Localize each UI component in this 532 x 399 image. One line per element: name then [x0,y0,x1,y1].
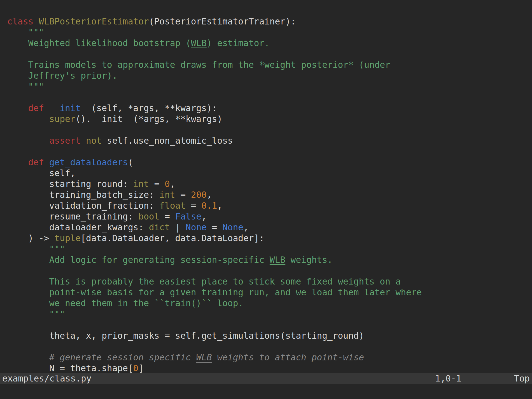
code-line[interactable] [7,320,532,330]
code-token: False [175,211,202,221]
code-token: dict [149,222,170,232]
code-token: ) estimator. [207,38,270,48]
code-token: def [28,157,44,167]
code-line[interactable]: def __init__(self, *args, **kwargs): [7,103,532,114]
code-line[interactable]: dataloader_kwargs: dict | None = None, [7,222,532,233]
code-line[interactable]: theta, x, prior_masks = self.get_simulat… [7,330,532,341]
code-token: self, [49,168,76,178]
command-line[interactable] [0,384,532,399]
code-token: 0 [165,179,170,189]
code-token: None [222,222,244,232]
code-line[interactable]: validation_fraction: float = 0.1, [7,200,532,211]
code-line[interactable]: self, [7,168,532,179]
code-token: validation_fraction: [49,201,159,211]
statusbar-filename: examples/class.py [2,373,91,384]
code-token: # generate session specific [49,352,196,362]
code-token: WLBPosteriorEstimator [39,16,149,26]
code-token: | [170,222,186,232]
code-token: """ [49,309,65,319]
code-line[interactable]: resume_training: bool = False, [7,211,532,222]
code-token: ().__init__(*args, **kwargs) [76,114,222,124]
code-line[interactable]: super().__init__(*args, **kwargs) [7,114,532,124]
code-token: not [86,136,102,146]
code-token: weights. [285,255,333,265]
code-token: """ [28,27,44,37]
code-token: theta, x, prior_masks = self.get_simulat… [49,331,364,341]
code-token: , [207,190,212,200]
code-line[interactable]: we need them in the ``train()`` loop. [7,298,532,309]
code-line[interactable]: Add logic for generating session-specifi… [7,255,532,265]
status-bar: examples/class.py 1,0-1 Top [0,373,532,384]
code-token: 0.1 [201,201,217,211]
code-token: [data.DataLoader, data.DataLoader]: [81,233,264,243]
code-token: (PosteriorEstimatorTrainer): [149,16,296,26]
code-token: super [49,114,76,124]
code-line[interactable]: """ [7,27,532,38]
code-token: we need them in the ``train()`` loop. [49,298,243,308]
code-token: self.use_non_atomic_loss [102,136,233,146]
code-line[interactable]: Weighted likelihood bootstrap (WLB) esti… [7,38,532,49]
code-token: = [159,211,175,221]
code-token: get_dataloaders [49,157,128,167]
code-line[interactable]: def get_dataloaders( [7,157,532,168]
code-token: Weighted likelihood bootstrap ( [28,38,191,48]
code-token: WLB [191,38,207,48]
code-line[interactable]: training_batch_size: int = 200, [7,189,532,200]
code-line[interactable] [7,124,532,135]
code-token: """ [49,244,65,254]
code-line[interactable]: Trains models to approximate draws from … [7,59,532,70]
code-line[interactable]: Jeffrey's prior). [7,70,532,81]
code-token: starting_round: [49,179,133,189]
code-token: Trains models to approximate draws from … [28,60,390,70]
code-line[interactable]: N = theta.shape[0] [7,363,532,374]
code-token: = [149,179,165,189]
code-token: , [244,222,249,232]
code-token: __init__ [49,103,91,113]
code-token: resume_training: [49,211,138,221]
code-line[interactable]: ) -> tuple[data.DataLoader, data.DataLoa… [7,233,532,244]
statusbar-cursor-position: 1,0-1 [435,373,461,384]
code-line[interactable] [7,92,532,103]
code-token: None [186,222,207,232]
code-line[interactable]: This is probably the easiest place to st… [7,276,532,287]
code-line[interactable]: """ [7,309,532,320]
code-token: 0 [133,363,139,373]
code-line[interactable]: point-wise basis for a given training ru… [7,287,532,298]
code-line[interactable]: starting_round: int = 0, [7,179,532,189]
code-token [44,103,49,113]
code-line[interactable]: assert not self.use_non_atomic_loss [7,135,532,146]
code-token: 200 [191,190,207,200]
code-token [81,136,86,146]
code-line[interactable] [7,49,532,59]
code-token [44,157,49,167]
code-line[interactable]: """ [7,244,532,255]
code-token: WLB [270,255,285,265]
code-line[interactable] [7,265,532,276]
code-line[interactable] [7,341,532,352]
code-token: N = theta.shape[ [49,363,133,373]
code-token: """ [28,81,44,91]
code-line[interactable]: """ [7,81,532,92]
code-token: int [133,179,149,189]
code-token: bool [138,211,159,221]
code-token: , [201,211,207,221]
code-token: weights to attach point-wise [212,352,364,362]
code-token: WLB [196,352,212,362]
code-token: training_batch_size: [49,190,159,200]
code-token: def [28,103,44,113]
code-token: = [175,190,191,200]
code-token: (self, *args, **kwargs): [91,103,217,113]
code-token: dataloader_kwargs: [49,222,149,232]
code-token: float [159,201,186,211]
code-token: = [186,201,202,211]
code-line[interactable]: # generate session specific WLB weights … [7,352,532,363]
code-line[interactable] [7,146,532,157]
code-token: Jeffrey's prior). [28,71,117,81]
code-token: int [159,190,175,200]
code-token: ] [139,363,144,373]
code-token: , [217,201,222,211]
text-buffer[interactable]: class WLBPosteriorEstimator(PosteriorEst… [7,16,532,374]
code-token: This is probably the easiest place to st… [49,276,401,286]
code-token: = [207,222,222,232]
code-line[interactable]: class WLBPosteriorEstimator(PosteriorEst… [7,16,532,27]
